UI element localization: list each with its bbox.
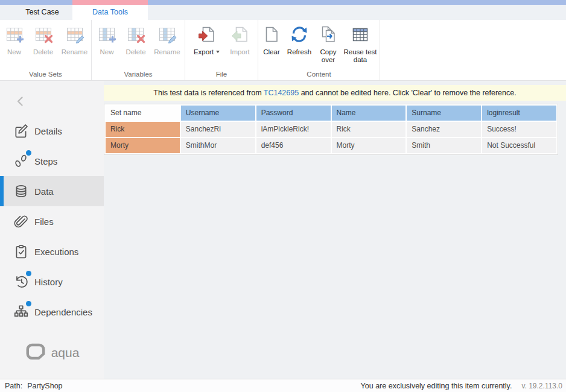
- version-label: v. 19.2.113.0: [521, 382, 562, 390]
- group-label-content: Content: [258, 71, 380, 78]
- sidebar-item-label: Details: [34, 126, 62, 136]
- notification-dot: [26, 150, 31, 156]
- variables-delete-button[interactable]: Delete: [122, 25, 150, 56]
- copy-pages-icon: [319, 25, 338, 48]
- export-page-icon: [197, 25, 217, 48]
- sidebar-item-label: Dependencies: [34, 307, 92, 317]
- table-row-add-icon: [5, 25, 24, 48]
- hierarchy-icon: [13, 304, 29, 320]
- ribbon-group-variables: New Delete: [92, 20, 185, 80]
- sidebar-item-label: Files: [34, 217, 54, 227]
- sidebar-item-label: Executions: [34, 247, 78, 257]
- value-sets-rename-button[interactable]: Rename: [59, 25, 91, 56]
- table-cell[interactable]: Success!: [482, 122, 556, 137]
- test-data-table: Set name Username Password Name Surname …: [104, 104, 558, 155]
- top-strip: [0, 0, 566, 5]
- copy-over-button[interactable]: Copy over: [316, 25, 341, 65]
- row-header-cell[interactable]: Morty: [106, 138, 180, 153]
- clear-button[interactable]: Clear: [260, 25, 283, 56]
- sidebar-item-label: Data: [34, 186, 54, 197]
- table-cell[interactable]: SanchezRi: [181, 122, 255, 137]
- aqua-brand: aqua: [0, 343, 104, 363]
- history-icon: [13, 274, 29, 289]
- group-label-value-sets: Value Sets: [0, 71, 91, 78]
- import-page-icon: [231, 25, 250, 48]
- sidebar-item-label: Steps: [34, 156, 57, 166]
- tab-data-tools[interactable]: Data Tools: [72, 5, 148, 20]
- variables-new-button[interactable]: New: [94, 25, 120, 56]
- database-icon: [13, 183, 29, 199]
- sidebar-item-history[interactable]: History: [0, 267, 104, 297]
- table-column-delete-icon: [126, 25, 145, 48]
- tab-test-case[interactable]: Test Case: [12, 5, 72, 20]
- blank-page-icon: [262, 25, 281, 48]
- notification-dot: [26, 301, 31, 306]
- group-label-variables: Variables: [92, 71, 185, 78]
- main-content: This test data is referenced from TC1426…: [104, 81, 566, 379]
- reuse-test-data-button[interactable]: Reuse test data: [343, 25, 378, 65]
- paperclip-icon: [13, 213, 29, 229]
- aqua-logo-text: aqua: [51, 346, 80, 360]
- table-column-rename-icon: [157, 25, 177, 48]
- sidebar-item-data[interactable]: Data: [0, 176, 104, 206]
- table-cell[interactable]: Morty: [332, 138, 406, 153]
- column-header-loginresult[interactable]: loginresult: [482, 106, 556, 121]
- ribbon-group-value-sets: New Delete: [0, 20, 92, 80]
- sidebar: Details Steps D: [0, 81, 104, 379]
- notice-text: This test data is referenced from: [153, 89, 264, 97]
- test-case-link[interactable]: TC142695: [264, 89, 299, 97]
- value-sets-new-button[interactable]: New: [1, 25, 28, 56]
- active-tab-accent: [72, 0, 148, 5]
- path-value: PartyShop: [27, 382, 62, 390]
- column-header-surname[interactable]: Surname: [407, 106, 481, 121]
- export-button[interactable]: Export: [189, 25, 224, 56]
- table-cell[interactable]: SmithMor: [181, 138, 255, 153]
- sidebar-item-files[interactable]: Files: [0, 206, 104, 236]
- column-header-password[interactable]: Password: [256, 106, 331, 121]
- ribbon-group-content: Clear Refresh: [258, 20, 380, 80]
- dropdown-caret-icon: [216, 51, 220, 53]
- sidebar-item-label: History: [34, 277, 63, 287]
- table-cell[interactable]: Smith: [407, 138, 481, 153]
- status-bar: Path: PartyShop You are exclusively edit…: [0, 379, 566, 392]
- reuse-table-icon: [351, 25, 370, 48]
- sidebar-item-details[interactable]: Details: [0, 116, 104, 146]
- group-label-file: File: [185, 71, 258, 78]
- sidebar-nav: Details Steps D: [0, 116, 104, 327]
- ribbon-tab-bar: Test Case Data Tools: [0, 5, 566, 20]
- editing-lock-message: You are exclusively editing this item cu…: [361, 382, 512, 390]
- table-cell[interactable]: Rick: [332, 122, 406, 137]
- notification-dot: [26, 271, 31, 276]
- column-header-name[interactable]: Name: [332, 106, 406, 121]
- ribbon-group-file: Export Import File: [185, 20, 258, 80]
- table-cell[interactable]: Sanchez: [407, 122, 481, 137]
- edit-icon: [13, 123, 29, 139]
- collapse-sidebar-button[interactable]: [13, 94, 28, 109]
- notice-text: and cannot be edited here. Click 'Clear'…: [299, 89, 517, 97]
- sidebar-item-dependencies[interactable]: Dependencies: [0, 297, 104, 327]
- table-cell[interactable]: def456: [256, 138, 331, 153]
- sidebar-item-executions[interactable]: Executions: [0, 236, 104, 267]
- row-header-cell[interactable]: Rick: [106, 122, 180, 137]
- column-header-username[interactable]: Username: [181, 106, 255, 121]
- variables-rename-button[interactable]: Rename: [151, 25, 183, 56]
- table-row-delete-icon: [34, 25, 53, 48]
- ribbon: New Delete: [0, 20, 566, 81]
- path-label: Path:: [5, 382, 22, 390]
- table-cell[interactable]: Not Successful: [482, 138, 556, 153]
- aqua-logo-icon: [25, 343, 46, 363]
- refresh-button[interactable]: Refresh: [285, 25, 314, 56]
- app-window: Test Case Data Tools New: [0, 0, 566, 392]
- chevron-left-icon: [13, 100, 28, 110]
- value-sets-delete-button[interactable]: Delete: [30, 25, 57, 56]
- footsteps-icon: [13, 153, 29, 169]
- import-button[interactable]: Import: [226, 25, 254, 56]
- table-column-add-icon: [97, 25, 116, 48]
- table-cell[interactable]: iAmPickleRick!: [256, 122, 331, 137]
- column-header-set-name[interactable]: Set name: [106, 106, 180, 121]
- table-row-rename-icon: [65, 25, 84, 48]
- sidebar-item-steps[interactable]: Steps: [0, 146, 104, 176]
- reference-notice-bar: This test data is referenced from TC1426…: [104, 85, 566, 101]
- clipboard-icon: [13, 244, 29, 259]
- refresh-icon: [290, 25, 309, 48]
